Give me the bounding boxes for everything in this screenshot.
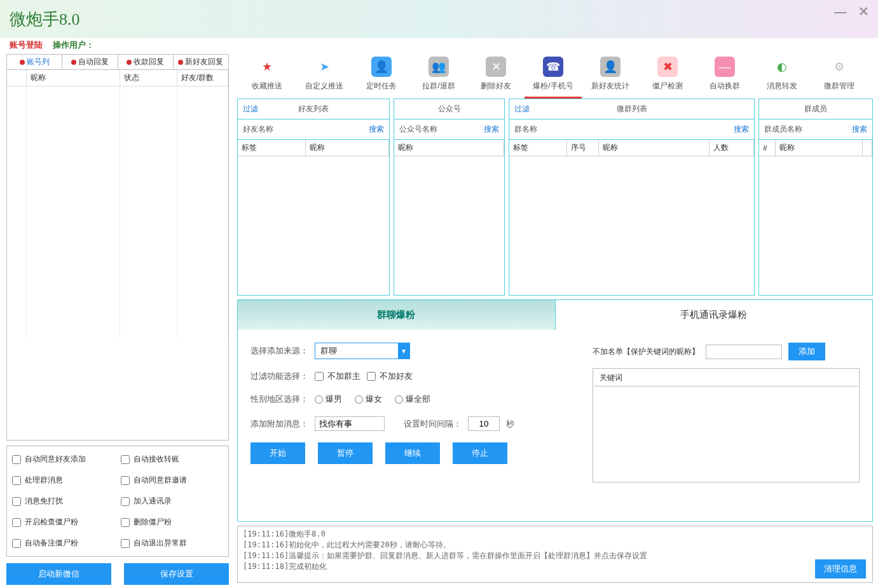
toolbar-item-6[interactable]: 👤新好友统计	[582, 54, 639, 99]
tool-icon: ✖	[657, 57, 678, 77]
tab-accounts[interactable]: 账号列	[7, 55, 62, 69]
tool-label: 拉群/退群	[410, 81, 467, 92]
config-area: 群聊爆粉 手机通讯录爆粉 选择添加来源： 群聊 ▼ 过滤功能选择： 不加群主	[237, 299, 873, 522]
col-checkbox	[7, 70, 26, 86]
col-seq: 序号	[566, 140, 598, 156]
blacklist-input[interactable]	[706, 345, 782, 359]
interval-input[interactable]	[468, 416, 500, 431]
tab-group-blast[interactable]: 群聊爆粉	[238, 300, 556, 330]
table-row	[7, 235, 228, 247]
toolbar-item-1[interactable]: ➤自定义推送	[296, 54, 353, 99]
friends-panel: 过滤好友列表 好友名称搜索 标签 昵称	[237, 99, 390, 296]
col-friends: 好友/群数	[177, 70, 228, 86]
login-label[interactable]: 账号登陆	[10, 40, 43, 50]
search-label: 群名称	[514, 124, 734, 135]
toolbar-item-4[interactable]: ✕删除好友	[467, 54, 525, 99]
toolbar-item-9[interactable]: ◐消息转发	[753, 54, 811, 99]
search-button[interactable]: 搜索	[852, 124, 867, 135]
col-nick: 昵称	[775, 140, 863, 156]
save-settings-button[interactable]: 保存设置	[124, 563, 229, 585]
toolbar-item-8[interactable]: —自动换群	[696, 54, 753, 99]
gender-all-radio[interactable]: 爆全部	[395, 393, 430, 405]
panel-title: 公众号	[438, 104, 461, 114]
clear-log-button[interactable]: 清理信息	[815, 559, 866, 578]
start-wechat-button[interactable]: 启动新微信	[6, 563, 111, 585]
search-label: 公众号名称	[399, 124, 484, 135]
tab-auto-reply[interactable]: 自动回复	[62, 55, 118, 69]
tab-payment-reply[interactable]: 收款回复	[118, 55, 174, 69]
red-dot-icon	[20, 60, 25, 65]
gender-male-radio[interactable]: 爆男	[315, 393, 342, 405]
col-num: #	[759, 140, 775, 156]
tool-icon: 👥	[429, 57, 449, 77]
blacklist-add-button[interactable]: 添加	[788, 343, 825, 360]
search-button[interactable]: 搜索	[484, 124, 499, 135]
red-dot-icon	[127, 60, 132, 65]
setting-checkbox-9[interactable]: 自动退出异常群	[121, 538, 223, 549]
stop-button[interactable]: 停止	[453, 442, 507, 464]
setting-checkbox-0[interactable]: 自动同意好友添加	[12, 454, 114, 465]
col-count: 人数	[710, 140, 754, 156]
toolbar-item-3[interactable]: 👥拉群/退群	[410, 54, 467, 99]
setting-checkbox-8[interactable]: 自动备注僵尸粉	[12, 538, 114, 549]
official-panel: 公众号 公众号名称搜索 昵称	[394, 99, 505, 296]
table-row	[7, 292, 228, 304]
pause-button[interactable]: 暂停	[318, 442, 373, 464]
tool-label: 自动换群	[696, 81, 753, 92]
start-button[interactable]: 开始	[250, 442, 305, 464]
setting-checkbox-1[interactable]: 自动接收转账	[121, 454, 223, 465]
col-nick: 昵称	[306, 140, 389, 156]
log-line: [19:11:16]温馨提示：如果需要护群、回复群消息、新人进群等，需在群操作里…	[243, 550, 867, 561]
panel-title: 微群列表	[617, 104, 647, 114]
minimize-button[interactable]: —	[835, 6, 846, 17]
tool-label: 消息转发	[753, 81, 811, 92]
col-tag: 标签	[509, 140, 566, 156]
table-row	[7, 121, 228, 132]
table-row	[7, 167, 228, 178]
gender-female-radio[interactable]: 爆女	[355, 393, 382, 405]
log-line: [19:11:18]完成初始化	[243, 561, 867, 572]
search-button[interactable]: 搜索	[734, 124, 749, 135]
filter-link[interactable]: 过滤	[514, 104, 530, 114]
blacklist-table: 关键词	[593, 368, 860, 482]
source-select[interactable]: 群聊 ▼	[315, 343, 410, 359]
no-friend-checkbox[interactable]: 不加好友	[367, 371, 413, 382]
red-dot-icon	[71, 60, 76, 65]
toolbar-item-10[interactable]: ⚙微群管理	[811, 54, 868, 99]
main-toolbar: ★收藏推送➤自定义推送👤定时任务👥拉群/退群✕删除好友☎爆粉/手机号👤新好友统计…	[232, 51, 878, 99]
col-nickname: 昵称	[26, 70, 120, 86]
toolbar-item-0[interactable]: ★收藏推送	[238, 54, 296, 99]
close-button[interactable]: ✕	[858, 6, 868, 17]
setting-checkbox-6[interactable]: 开启检查僵尸粉	[12, 517, 114, 528]
toolbar-item-7[interactable]: ✖僵尸检测	[639, 54, 696, 99]
setting-checkbox-4[interactable]: 消息免打扰	[12, 496, 114, 507]
table-row	[7, 109, 228, 121]
search-label: 好友名称	[243, 124, 369, 135]
account-table: 昵称 状态 好友/群数	[6, 70, 229, 441]
tool-icon: ✕	[486, 57, 506, 77]
setting-checkbox-7[interactable]: 删除僵尸粉	[121, 517, 223, 528]
table-row	[7, 155, 228, 167]
setting-checkbox-5[interactable]: 加入通讯录	[121, 496, 223, 507]
setting-checkbox-2[interactable]: 处理群消息	[12, 475, 114, 486]
log-line: [19:11:16]微炮手8.0	[243, 529, 867, 540]
filter-link[interactable]: 过滤	[243, 104, 258, 114]
gender-label: 性别地区选择：	[250, 393, 308, 405]
panel-title: 好友列表	[298, 104, 329, 114]
settings-checkboxes: 自动同意好友添加自动接收转账处理群消息自动同意群邀请消息免打扰加入通讯录开启检查…	[6, 446, 229, 557]
toolbar-item-2[interactable]: 👤定时任务	[353, 54, 410, 99]
table-row	[7, 178, 228, 189]
search-button[interactable]: 搜索	[369, 124, 384, 135]
toolbar-item-5[interactable]: ☎爆粉/手机号	[525, 54, 582, 99]
table-row	[7, 189, 228, 201]
tab-contacts-blast[interactable]: 手机通讯录爆粉	[556, 300, 873, 330]
setting-checkbox-3[interactable]: 自动同意群邀请	[121, 475, 223, 486]
source-label: 选择添加来源：	[250, 345, 308, 357]
col-status: 状态	[120, 70, 177, 86]
no-owner-checkbox[interactable]: 不加群主	[315, 371, 360, 382]
msg-input[interactable]	[315, 416, 385, 431]
tab-newfriend-reply[interactable]: 新好友回复	[174, 55, 228, 69]
red-dot-icon	[178, 60, 183, 65]
continue-button[interactable]: 继续	[385, 442, 440, 464]
tool-label: 爆粉/手机号	[525, 81, 582, 92]
